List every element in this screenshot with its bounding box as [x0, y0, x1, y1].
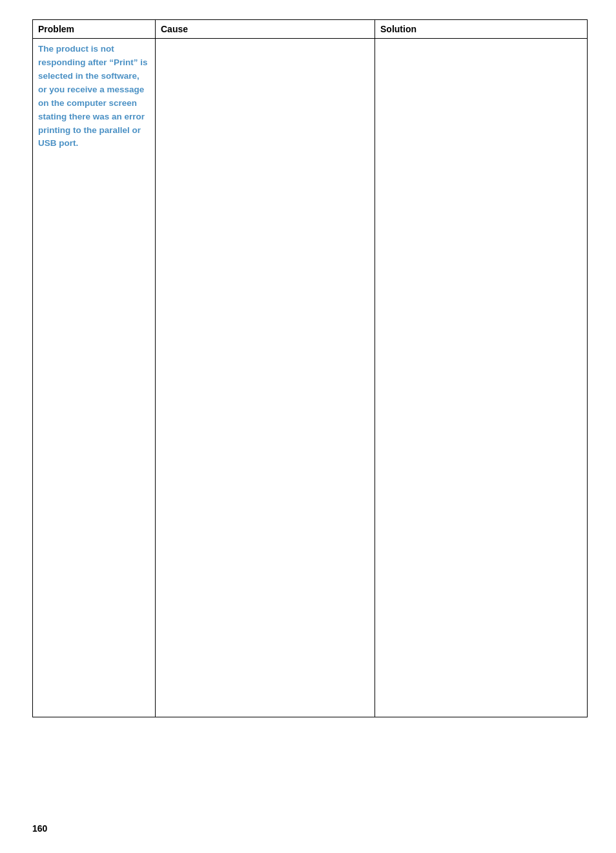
header-problem: Problem: [33, 20, 156, 38]
table-header: Problem Cause Solution: [33, 20, 587, 39]
cell-problem: The product is not responding after “Pri…: [33, 39, 156, 717]
header-cause-label: Cause: [161, 24, 188, 34]
header-cause: Cause: [156, 20, 375, 38]
cell-cause: [156, 39, 375, 717]
header-solution: Solution: [375, 20, 587, 38]
problem-text: The product is not responding after “Pri…: [38, 44, 148, 148]
header-problem-label: Problem: [38, 24, 74, 34]
cell-solution: [375, 39, 587, 717]
page-container: Problem Cause Solution The product is no…: [0, 0, 616, 756]
page-number: 160: [32, 823, 47, 834]
main-table: Problem Cause Solution The product is no…: [32, 19, 588, 717]
table-body: The product is not responding after “Pri…: [33, 39, 587, 717]
header-solution-label: Solution: [380, 24, 416, 34]
